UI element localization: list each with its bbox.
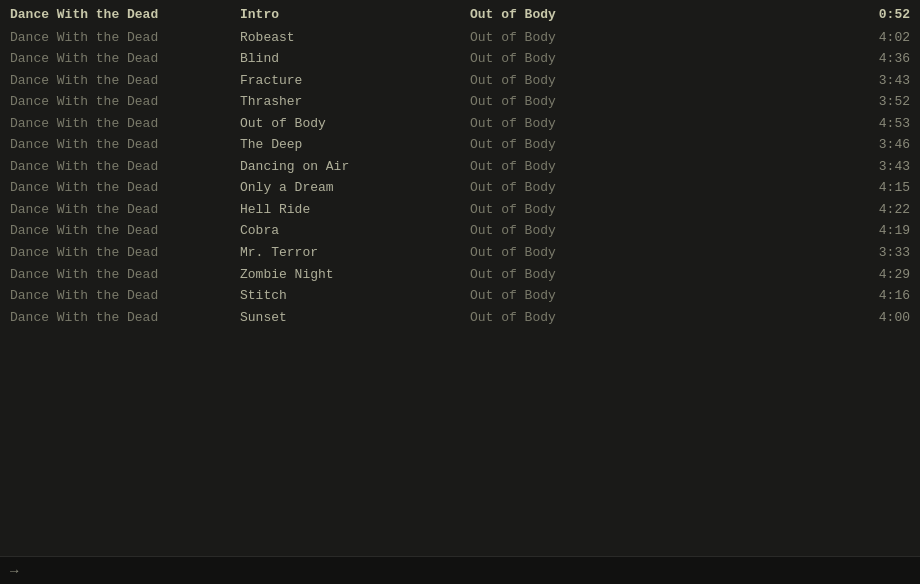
track-album: Out of Body	[470, 266, 700, 284]
track-artist: Dance With the Dead	[10, 179, 240, 197]
track-duration: 4:19	[700, 222, 910, 240]
track-artist: Dance With the Dead	[10, 115, 240, 133]
table-row[interactable]: Dance With the DeadBlindOut of Body4:36	[0, 48, 920, 70]
track-album: Out of Body	[470, 93, 700, 111]
header-artist: Dance With the Dead	[10, 6, 240, 24]
track-duration: 3:43	[700, 158, 910, 176]
track-duration: 4:16	[700, 287, 910, 305]
header-title: Intro	[240, 6, 470, 24]
header-duration: 0:52	[700, 6, 910, 24]
track-artist: Dance With the Dead	[10, 266, 240, 284]
track-album: Out of Body	[470, 244, 700, 262]
track-title: Sunset	[240, 309, 470, 327]
track-title: Thrasher	[240, 93, 470, 111]
bottom-bar: →	[0, 556, 920, 584]
track-album: Out of Body	[470, 179, 700, 197]
track-artist: Dance With the Dead	[10, 244, 240, 262]
track-album: Out of Body	[470, 29, 700, 47]
track-duration: 4:29	[700, 266, 910, 284]
track-title: Blind	[240, 50, 470, 68]
track-album: Out of Body	[470, 50, 700, 68]
track-duration: 3:46	[700, 136, 910, 154]
track-duration: 4:00	[700, 309, 910, 327]
table-row[interactable]: Dance With the DeadOnly a DreamOut of Bo…	[0, 177, 920, 199]
track-title: Cobra	[240, 222, 470, 240]
track-duration: 3:43	[700, 72, 910, 90]
track-artist: Dance With the Dead	[10, 287, 240, 305]
track-title: Dancing on Air	[240, 158, 470, 176]
header-album: Out of Body	[470, 6, 700, 24]
track-artist: Dance With the Dead	[10, 158, 240, 176]
track-title: Robeast	[240, 29, 470, 47]
table-row[interactable]: Dance With the DeadThe DeepOut of Body3:…	[0, 134, 920, 156]
track-title: The Deep	[240, 136, 470, 154]
track-album: Out of Body	[470, 158, 700, 176]
track-title: Only a Dream	[240, 179, 470, 197]
track-artist: Dance With the Dead	[10, 29, 240, 47]
track-duration: 4:53	[700, 115, 910, 133]
table-row[interactable]: Dance With the DeadStitchOut of Body4:16	[0, 285, 920, 307]
track-title: Mr. Terror	[240, 244, 470, 262]
track-duration: 4:15	[700, 179, 910, 197]
track-album: Out of Body	[470, 222, 700, 240]
table-row[interactable]: Dance With the DeadHell RideOut of Body4…	[0, 199, 920, 221]
track-artist: Dance With the Dead	[10, 309, 240, 327]
table-row[interactable]: Dance With the DeadCobraOut of Body4:19	[0, 220, 920, 242]
table-row[interactable]: Dance With the DeadDancing on AirOut of …	[0, 156, 920, 178]
track-title: Hell Ride	[240, 201, 470, 219]
track-list: Dance With the Dead Intro Out of Body 0:…	[0, 0, 920, 332]
table-row[interactable]: Dance With the DeadZombie NightOut of Bo…	[0, 264, 920, 286]
arrow-icon: →	[10, 563, 18, 579]
table-row[interactable]: Dance With the DeadMr. TerrorOut of Body…	[0, 242, 920, 264]
track-album: Out of Body	[470, 136, 700, 154]
track-duration: 3:33	[700, 244, 910, 262]
track-duration: 4:02	[700, 29, 910, 47]
track-title: Out of Body	[240, 115, 470, 133]
track-duration: 4:36	[700, 50, 910, 68]
table-row[interactable]: Dance With the DeadRobeastOut of Body4:0…	[0, 27, 920, 49]
track-title: Fracture	[240, 72, 470, 90]
table-row[interactable]: Dance With the DeadOut of BodyOut of Bod…	[0, 113, 920, 135]
table-row[interactable]: Dance With the DeadFractureOut of Body3:…	[0, 70, 920, 92]
track-album: Out of Body	[470, 309, 700, 327]
track-artist: Dance With the Dead	[10, 93, 240, 111]
table-row[interactable]: Dance With the DeadSunsetOut of Body4:00	[0, 307, 920, 329]
track-album: Out of Body	[470, 115, 700, 133]
table-header: Dance With the Dead Intro Out of Body 0:…	[0, 4, 920, 27]
track-album: Out of Body	[470, 287, 700, 305]
track-album: Out of Body	[470, 201, 700, 219]
track-duration: 4:22	[700, 201, 910, 219]
track-artist: Dance With the Dead	[10, 136, 240, 154]
track-album: Out of Body	[470, 72, 700, 90]
track-artist: Dance With the Dead	[10, 201, 240, 219]
table-row[interactable]: Dance With the DeadThrasherOut of Body3:…	[0, 91, 920, 113]
track-artist: Dance With the Dead	[10, 72, 240, 90]
track-title: Zombie Night	[240, 266, 470, 284]
track-artist: Dance With the Dead	[10, 222, 240, 240]
track-artist: Dance With the Dead	[10, 50, 240, 68]
track-title: Stitch	[240, 287, 470, 305]
track-duration: 3:52	[700, 93, 910, 111]
